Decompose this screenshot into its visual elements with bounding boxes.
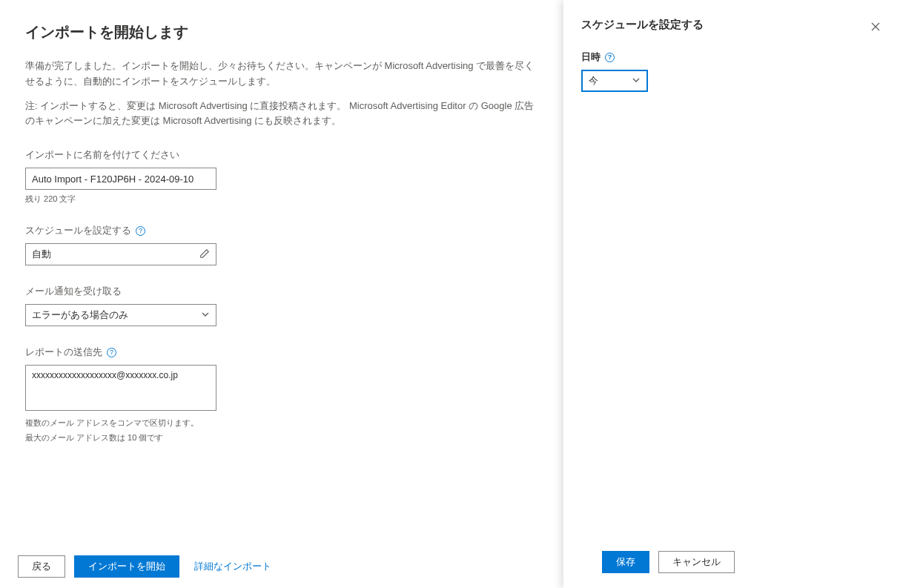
page-title: インポートを開始します [25, 22, 538, 42]
report-to-hint-2: 最大のメール アドレス数は 10 個です [25, 432, 538, 443]
help-icon[interactable]: ? [136, 226, 145, 236]
schedule-edit-button[interactable]: 自動 [25, 243, 216, 265]
panel-header: スケジュールを設定する [563, 0, 903, 37]
chevron-down-icon [632, 76, 641, 87]
report-to-textarea[interactable] [25, 365, 216, 411]
description-text-2: 注: インポートすると、変更は Microsoft Advertising に直… [25, 99, 538, 130]
field-import-name: インポートに名前を付けてください 残り 220 文字 [25, 148, 538, 205]
schedule-panel: スケジュールを設定する 日時 ? 今 保存 キャンセル [563, 0, 903, 588]
help-icon[interactable]: ? [107, 348, 116, 357]
field-email-notify: メール通知を受け取る エラーがある場合のみ [25, 285, 538, 326]
schedule-label: スケジュールを設定する ? [25, 224, 538, 237]
datetime-select[interactable]: 今 [581, 70, 648, 92]
panel-footer: 保存 キャンセル [584, 541, 903, 588]
pencil-icon [199, 248, 210, 261]
import-name-input[interactable] [25, 168, 216, 190]
back-button[interactable]: 戻る [18, 555, 65, 578]
field-report-to: レポートの送信先 ? 複数のメール アドレスをコンマで区切ります。 最大のメール… [25, 346, 538, 443]
report-to-hint-1: 複数のメール アドレスをコンマで区切ります。 [25, 417, 538, 429]
chevron-down-icon [201, 310, 210, 321]
field-schedule: スケジュールを設定する ? 自動 [25, 224, 538, 265]
schedule-label-text: スケジュールを設定する [25, 224, 131, 237]
schedule-value: 自動 [32, 248, 51, 261]
description-text-1: 準備が完了しました。インポートを開始し、少々お待ちください。キャンペーンが Mi… [25, 59, 538, 90]
import-name-hint: 残り 220 文字 [25, 194, 538, 205]
cancel-button[interactable]: キャンセル [658, 551, 735, 573]
email-notify-value: エラーがある場合のみ [32, 308, 128, 322]
start-import-button[interactable]: インポートを開始 [74, 555, 179, 578]
report-to-label-text: レポートの送信先 [25, 346, 102, 359]
datetime-label-text: 日時 [581, 50, 601, 64]
datetime-label: 日時 ? [581, 50, 885, 64]
close-icon [871, 22, 880, 33]
report-to-label: レポートの送信先 ? [25, 346, 538, 359]
datetime-value: 今 [589, 74, 598, 87]
panel-body: 日時 ? 今 [563, 37, 903, 541]
close-button[interactable] [866, 18, 885, 37]
import-name-label: インポートに名前を付けてください [25, 148, 538, 162]
panel-title: スケジュールを設定する [581, 18, 704, 32]
save-button[interactable]: 保存 [602, 551, 649, 573]
email-notify-label: メール通知を受け取る [25, 285, 538, 298]
advanced-import-link[interactable]: 詳細なインポート [194, 560, 271, 573]
help-icon[interactable]: ? [605, 53, 615, 62]
main-content: インポートを開始します 準備が完了しました。インポートを開始し、少々お待ちくださ… [0, 0, 563, 588]
email-notify-select[interactable]: エラーがある場合のみ [25, 304, 216, 326]
